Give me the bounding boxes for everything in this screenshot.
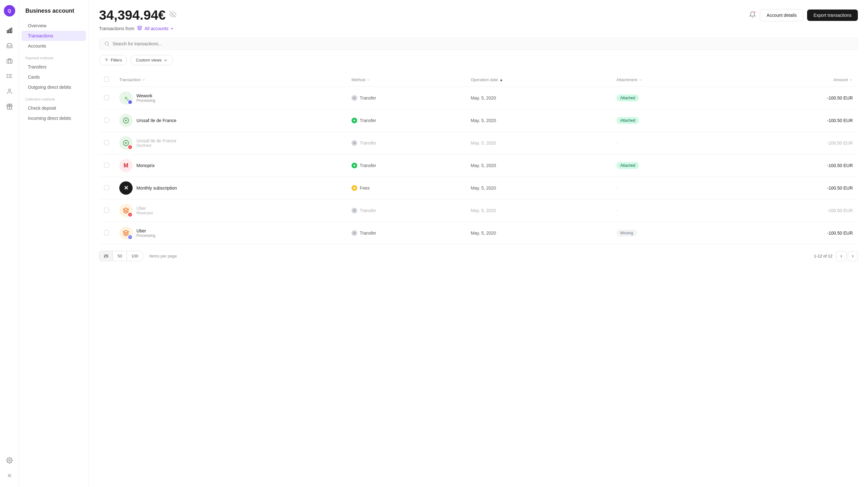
- sidebar-item-incoming-direct-debits[interactable]: Incoming direct debits: [22, 113, 86, 123]
- transaction-cell: Uber Processing: [119, 226, 341, 240]
- payment-methods-label: Payment methods: [19, 51, 89, 62]
- transactions-from-label: Transactions from: [99, 26, 134, 31]
- svg-point-31: [354, 120, 355, 122]
- row-checkbox[interactable]: [104, 95, 109, 100]
- column-method[interactable]: Method: [351, 77, 370, 82]
- transaction-cell: Uber Reversed: [119, 204, 341, 217]
- svg-point-7: [7, 74, 7, 75]
- row-checkbox[interactable]: [104, 118, 109, 123]
- sidebar-item-accounts[interactable]: Accounts: [22, 41, 86, 51]
- page-size-100[interactable]: 100: [127, 251, 143, 261]
- column-transaction[interactable]: Transaction: [119, 77, 146, 82]
- row-checkbox[interactable]: [104, 163, 109, 168]
- transaction-cell: ✕ Monthly subscription: [119, 181, 341, 195]
- transactions-table: Transaction Method Operation date: [99, 73, 858, 245]
- method-dot: [351, 230, 357, 236]
- tx-status: Processing: [136, 98, 155, 103]
- column-amount-label: Amount: [833, 77, 848, 82]
- column-attachment[interactable]: Attachment: [616, 77, 643, 82]
- table-row[interactable]: Uber Processing Transfer May. 5, 2020Mis…: [99, 222, 858, 245]
- page-size-50[interactable]: 50: [113, 251, 127, 261]
- icon-bar-user[interactable]: [3, 85, 16, 98]
- sidebar-item-outgoing-direct-debits[interactable]: Outgoing direct debits: [22, 82, 86, 92]
- select-all-checkbox[interactable]: [104, 77, 109, 82]
- row-checkbox[interactable]: [104, 208, 109, 213]
- amount: -100.50 EUR: [740, 230, 853, 235]
- method-dot: [351, 95, 357, 101]
- export-transactions-button[interactable]: Export transactions: [807, 9, 858, 21]
- page-prev-button[interactable]: [836, 251, 846, 261]
- sidebar-item-overview[interactable]: Overview: [22, 21, 86, 31]
- operation-date: May. 5, 2020: [471, 208, 496, 213]
- page-size-25[interactable]: 25: [99, 251, 113, 261]
- icon-bar-inbox[interactable]: [3, 39, 16, 52]
- svg-point-13: [8, 460, 10, 461]
- items-per-page-label: Items per page: [149, 254, 177, 258]
- icon-bar-chart[interactable]: [3, 24, 16, 37]
- icon-bar-list[interactable]: [3, 70, 16, 83]
- page-info: 1-12 of 12: [814, 254, 833, 258]
- table-row[interactable]: Urssaf Ile de France Declined Transfer M…: [99, 132, 858, 154]
- icon-bar-bank[interactable]: [3, 55, 16, 67]
- svg-point-8: [7, 76, 7, 76]
- svg-rect-3: [7, 60, 12, 63]
- notifications-icon[interactable]: [749, 11, 756, 20]
- svg-point-10: [8, 89, 10, 91]
- table-row[interactable]: ✕ Monthly subscription Fees May. 5, 2020…: [99, 177, 858, 199]
- method-cell: Transfer: [351, 95, 461, 101]
- search-input[interactable]: [113, 41, 852, 46]
- collection-methods-label: Collection methods: [19, 92, 89, 103]
- tx-name: Monoprix: [136, 163, 155, 168]
- filters-button[interactable]: Filters: [99, 55, 127, 65]
- transaction-cell: Urssaf Ile de France Declined: [119, 136, 341, 150]
- tx-avatar: [119, 226, 133, 240]
- tx-status: Processing: [136, 233, 155, 238]
- attachment-none: -: [616, 140, 618, 145]
- tx-status: Declined: [136, 143, 176, 148]
- tx-avatar: M: [119, 159, 133, 172]
- table-row[interactable]: M Monoprix Transfer May. 5, 2020Attached…: [99, 154, 858, 177]
- icon-bar-settings[interactable]: [3, 454, 16, 467]
- account-details-button[interactable]: Account details: [760, 9, 803, 21]
- filters-label: Filters: [111, 58, 122, 62]
- row-checkbox[interactable]: [104, 230, 109, 235]
- all-accounts-label: All accounts: [145, 26, 168, 31]
- method-cell: Fees: [351, 185, 461, 191]
- sidebar-item-check-deposit[interactable]: Check deposit: [22, 103, 86, 113]
- custom-views-label: Custom views: [136, 58, 161, 62]
- column-operation-date-label: Operation date: [471, 77, 498, 82]
- column-amount[interactable]: Amount: [833, 77, 853, 82]
- icon-bar-close[interactable]: [3, 469, 16, 482]
- tx-avatar: [119, 136, 133, 150]
- tx-avatar: [119, 91, 133, 105]
- all-accounts-link[interactable]: All accounts: [145, 26, 174, 31]
- tx-name: Urssaf Ile de France: [136, 118, 176, 123]
- svg-rect-0: [7, 30, 8, 33]
- column-operation-date[interactable]: Operation date: [471, 77, 503, 82]
- balance-amount: 34,394.94€: [99, 8, 165, 23]
- amount: -100.50 EUR: [740, 208, 853, 213]
- sidebar-item-cards[interactable]: Cards: [22, 72, 86, 82]
- svg-point-25: [125, 97, 127, 99]
- table-row[interactable]: Wework Processing Transfer May. 5, 2020A…: [99, 87, 858, 109]
- transaction-cell: Urssaf Ile de France: [119, 114, 341, 127]
- page-next-button[interactable]: [848, 251, 858, 261]
- sidebar-item-transfers[interactable]: Transfers: [22, 62, 86, 72]
- tx-name: Uber: [136, 206, 153, 211]
- user-avatar[interactable]: Q: [4, 5, 15, 17]
- transaction-cell: M Monoprix: [119, 159, 341, 172]
- hide-balance-icon[interactable]: [169, 11, 176, 20]
- page-nav: 1-12 of 12: [814, 251, 858, 261]
- row-checkbox[interactable]: [104, 185, 109, 190]
- table-row[interactable]: Urssaf Ile de France Transfer May. 5, 20…: [99, 109, 858, 132]
- custom-views-button[interactable]: Custom views: [130, 55, 173, 65]
- tx-name: Monthly subscription: [136, 186, 177, 191]
- row-checkbox[interactable]: [104, 140, 109, 145]
- amount: -100.50 EUR: [740, 140, 853, 145]
- icon-bar-gift[interactable]: [3, 100, 16, 113]
- table-row[interactable]: Uber Reversed Transfer May. 5, 2020--100…: [99, 199, 858, 222]
- transactions-from-row: Transactions from All accounts: [99, 25, 858, 31]
- sidebar-item-transactions[interactable]: Transactions: [22, 31, 86, 41]
- tx-avatar: [119, 204, 133, 217]
- attachment-none: -: [616, 186, 618, 191]
